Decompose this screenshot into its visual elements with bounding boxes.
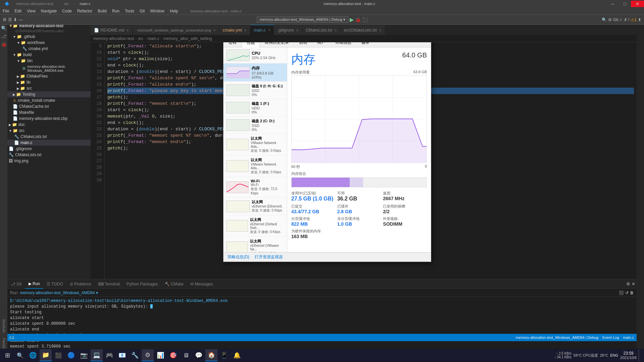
tb-edge[interactable]: 🌐: [27, 349, 39, 361]
status-branch[interactable]: memory-allocation-test_Windows_AMD64 | D…: [516, 335, 598, 340]
tm-item-eth1[interactable]: 以太网 VMware Network Ada...发送: 0 接收: 0 Kbp…: [224, 155, 287, 177]
git-icon[interactable]: Git ✓ ✗ !: [613, 17, 630, 22]
menu-file[interactable]: File: [0, 8, 12, 14]
tree-testing[interactable]: ▶ 📁 Testing: [7, 91, 91, 97]
tb-app5[interactable]: 🔧: [129, 349, 141, 361]
menu-help[interactable]: Help: [167, 8, 181, 14]
toolbar-stop[interactable]: ⬛: [362, 17, 368, 22]
tb-explorer[interactable]: 📁: [40, 349, 52, 361]
tab-mainc-close[interactable]: ✕: [268, 28, 270, 32]
notifications-icon[interactable]: ⚠1: [631, 17, 637, 22]
tab-cmake-bottom[interactable]: 🔨 CMake: [161, 279, 187, 289]
tm-item-disk2[interactable]: 磁盘 2 (C: D:) SSD0%: [224, 117, 287, 134]
status-event-log[interactable]: Event Log: [602, 335, 619, 340]
run-clear-icon[interactable]: 🗑: [630, 290, 634, 295]
tab-terminal[interactable]: ⌨ Terminal: [95, 279, 123, 289]
tm-item-disk0[interactable]: 磁盘 0 (I: H: G: E:) SSD0%: [224, 82, 287, 99]
tree-cmakefiles[interactable]: ▶ 📁 CMakeFiles: [7, 73, 91, 79]
panel-close-icon[interactable]: ✕: [632, 281, 635, 286]
tm-item-disk1[interactable]: 磁盘 1 (F:) HDD0%: [224, 99, 287, 117]
tree-workflows[interactable]: ▼ 📁 workflows: [7, 40, 91, 46]
menu-run[interactable]: Run: [109, 8, 122, 14]
expand-icon[interactable]: ⬆: [638, 17, 641, 22]
tab-src-cml[interactable]: src\CMakeLists.txt ✕: [341, 26, 385, 35]
tab-cmakeliststxt[interactable]: CMakeLists.txt ✕: [302, 26, 341, 35]
run-rerun-icon[interactable]: ↺: [625, 290, 629, 295]
toolbar-btn-2[interactable]: ☰: [8, 17, 12, 22]
tree-cmake-install[interactable]: ⚠ cmake_install.cmake: [7, 97, 91, 103]
tb-app1[interactable]: 📷: [78, 349, 90, 361]
tree-lib[interactable]: ▶ 📁 lib: [7, 79, 91, 85]
tab-cmake-close[interactable]: ✕: [244, 29, 247, 32]
tm-summary-link[interactable]: 简略信息(D): [228, 254, 249, 260]
tab-problems[interactable]: ⊘ Problems: [66, 279, 95, 289]
tm-item-memory[interactable]: 内存 27.6/63.8 GB (43%): [224, 63, 287, 82]
tab-git[interactable]: ⎇ Git: [7, 279, 25, 289]
tab-screenshot-close[interactable]: ✕: [213, 29, 216, 32]
tab-mainc[interactable]: main.c ✕: [250, 25, 274, 35]
tab-cmake-yml[interactable]: cmake.yml ✕: [219, 26, 250, 35]
tb-search[interactable]: 🔍: [14, 349, 26, 361]
tb-app8[interactable]: 🎯: [167, 349, 179, 361]
run-config-label[interactable]: memory-allocation-test_Windows_AMD64 ▾: [20, 290, 98, 295]
clock[interactable]: 23:59 2021/10/6: [620, 351, 637, 360]
settings-icon[interactable]: ⚙: [608, 17, 612, 22]
menu-refactor[interactable]: Refactor: [75, 8, 95, 14]
tree-mainc[interactable]: 📄 main.c: [7, 140, 91, 146]
tb-lang[interactable]: ENG: [610, 353, 618, 357]
tm-monitor-link[interactable]: 打开资源监视器: [255, 254, 283, 260]
status-main[interactable]: main.c: [623, 335, 634, 340]
toolbar-btn-3[interactable]: ⬇: [13, 17, 17, 22]
tb-app10[interactable]: 💬: [193, 349, 205, 361]
tree-cmake-yml[interactable]: 🔧 cmake.yml: [7, 46, 91, 52]
toolbar-btn-1[interactable]: ⚙: [3, 17, 7, 22]
toolbar-debug[interactable]: 🐞: [355, 17, 361, 22]
tm-item-wifi[interactable]: Wi-Fi Wi-Fi发送: 0 接收: 72.0 Kbps: [224, 177, 287, 197]
maximize-button[interactable]: □: [619, 1, 631, 7]
structure-act-icon[interactable]: Structure: [2, 319, 6, 333]
tb-app11[interactable]: 🏠: [205, 349, 217, 361]
tm-item-veth1[interactable]: 以太网 vEthernet (Default Swit...发送: 0 接收: …: [224, 215, 287, 237]
tm-item-cpu[interactable]: CPU 22% 2.54 GHz: [224, 47, 287, 63]
tb-app7[interactable]: 📊: [154, 349, 166, 361]
panel-settings-icon[interactable]: ⚙: [626, 281, 630, 286]
tb-app12[interactable]: 📱: [218, 349, 230, 361]
close-button[interactable]: ✕: [631, 1, 644, 7]
tree-src-root[interactable]: ▼ 📁 src: [7, 128, 91, 134]
minimize-button[interactable]: ─: [606, 1, 619, 7]
tree-bin[interactable]: ▼ 📁 bin: [7, 58, 91, 64]
menu-build[interactable]: Build: [95, 8, 109, 14]
tree-exe[interactable]: ⚙ memory-allocation-test-Windows_AMD64.e…: [7, 64, 91, 73]
tb-app13[interactable]: 🔔: [231, 349, 243, 361]
toolbar-btn-4[interactable]: —: [18, 17, 23, 22]
tree-makefile[interactable]: 📄 Makefile: [7, 109, 91, 116]
tree-github[interactable]: ▼ 📁 .github: [7, 34, 91, 40]
tab-readme-close[interactable]: ✕: [126, 29, 129, 32]
tab-run-active[interactable]: ▶ Run: [25, 279, 43, 289]
tm-item-veth2[interactable]: 以太网 vEthernet (VMware Ne...发送: 0 接收: 0 K…: [224, 237, 287, 252]
tab-gitignore[interactable]: .gitignore ✕: [274, 26, 302, 35]
tab-readme[interactable]: 📄 README.md ✕: [91, 26, 133, 35]
menu-navigate[interactable]: Navigate: [38, 8, 59, 14]
menu-code[interactable]: Code: [59, 8, 75, 14]
tab-gitignore-close[interactable]: ✕: [296, 29, 299, 32]
tree-root-cml[interactable]: 🔧 CMakeLists.txt: [7, 152, 91, 158]
tree-img[interactable]: 🖼 img.png: [7, 158, 91, 164]
menu-view[interactable]: View: [24, 8, 38, 14]
tab-todo[interactable]: ☰ TODO: [43, 279, 66, 289]
menu-git[interactable]: Git: [137, 8, 147, 14]
menu-tools[interactable]: Tools: [122, 8, 137, 14]
toolbar-play[interactable]: ▶: [350, 16, 354, 23]
search-act-icon[interactable]: 🔍: [1, 26, 7, 31]
menu-window[interactable]: Window: [147, 8, 167, 14]
tb-terminal[interactable]: ⬛: [52, 349, 64, 361]
tm-item-eth0[interactable]: 以太网 VMware Network Ada...发送: 0 接收: 0 Kbp…: [224, 134, 287, 155]
run-config[interactable]: memory-allocation-test_Windows_AMD64 | D…: [257, 16, 348, 23]
tab-messages[interactable]: ✉ Messages: [187, 279, 216, 289]
tb-app4[interactable]: 📧: [116, 349, 128, 361]
start-button[interactable]: ⊞: [1, 349, 13, 361]
tree-doc[interactable]: ▶ 📁 doc: [7, 122, 91, 128]
tree-src-build[interactable]: ▶ 📁 src: [7, 85, 91, 91]
run-stop-icon[interactable]: ⬛: [619, 290, 624, 295]
tb-app9[interactable]: 🖥: [180, 349, 192, 361]
